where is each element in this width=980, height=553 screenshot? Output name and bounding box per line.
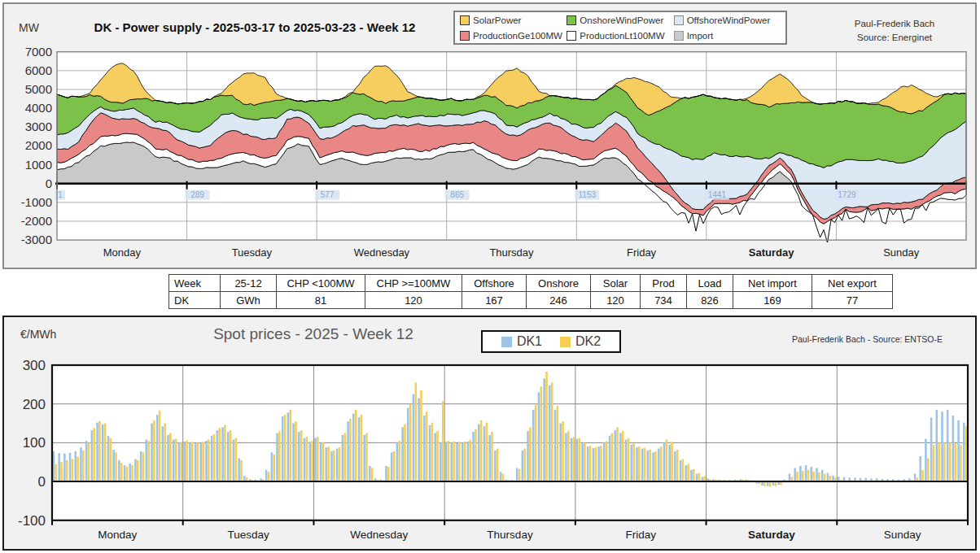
price-bar-dk2 [518, 469, 521, 481]
price-bar-dk2 [824, 474, 826, 482]
price-bar-dk1 [494, 451, 497, 481]
legend-swatch [567, 15, 576, 25]
price-bar-dk2 [960, 445, 962, 481]
table-header-cell: Offshore [462, 275, 527, 292]
price-bar-dk2 [540, 386, 543, 481]
price-bar-dk2 [502, 474, 505, 482]
legend-label: ProductionGe100MW [473, 31, 562, 41]
price-bar-dk2 [327, 446, 330, 481]
price-bar-dk1 [799, 466, 802, 481]
price-bar-dk1 [91, 430, 94, 481]
price-bar-dk2 [153, 420, 155, 481]
hour-index-label: 1153 [579, 190, 597, 199]
price-bar-dk2 [197, 442, 199, 481]
price-bar-dk2 [769, 481, 772, 487]
price-bar-dk1 [418, 398, 420, 482]
price-bar-dk2 [60, 462, 63, 481]
price-bar-dk2 [295, 421, 297, 481]
price-bar-dk2 [682, 459, 685, 481]
price-bar-dk2 [491, 432, 493, 481]
price-bar-dk1 [96, 423, 98, 482]
price-bar-dk2 [938, 442, 940, 481]
price-bar-dk2 [567, 431, 570, 481]
price-bar-dk2 [464, 442, 466, 481]
x-day-label: Friday [627, 246, 657, 259]
price-bar-dk2 [317, 437, 319, 481]
summary-table: Week25-12CHP <100MWCHP >=100MWOffshoreOn… [168, 274, 893, 309]
x-day-label: Monday [103, 246, 142, 259]
price-bar-dk1 [429, 425, 431, 481]
price-bar-dk2 [110, 438, 112, 481]
y-tick-label: 0 [46, 176, 52, 190]
price-bar-dk2 [181, 442, 183, 481]
y-tick-label: 2000 [25, 138, 52, 152]
price-bar-dk1 [593, 448, 595, 481]
price-bar-dk2 [322, 442, 325, 481]
price-bar-dk1 [559, 424, 562, 482]
price-bar-dk2 [230, 430, 232, 481]
y-tick-label: -3000 [21, 233, 52, 246]
price-bar-dk2 [632, 443, 635, 481]
price-bar-dk1 [58, 453, 60, 481]
price-bar-dk1 [112, 450, 115, 481]
price-bar-dk2 [698, 473, 701, 481]
price-bar-dk1 [238, 458, 240, 481]
price-bar-dk2 [523, 449, 526, 482]
price-bar-dk2 [497, 449, 499, 482]
hour-index-label: 289 [190, 190, 204, 199]
table-header-cell: CHP >=100MW [365, 275, 462, 292]
price-bar-dk2 [573, 437, 575, 481]
price-bar-dk2 [202, 442, 204, 481]
legend-label: SolarPower [473, 15, 521, 25]
price-bar-dk1 [947, 410, 949, 481]
price-bar-dk2 [420, 390, 422, 481]
price-bar-dk2 [475, 429, 477, 481]
price-bar-dk2 [812, 472, 815, 481]
power-supply-source: Paul-Frederik Bach Source: Energinet [825, 17, 964, 44]
price-bar-dk2 [557, 406, 559, 481]
price-bar-dk1 [102, 425, 104, 481]
price-bar-dk1 [129, 464, 131, 481]
price-bar-dk1 [282, 416, 284, 481]
price-bar-dk1 [456, 443, 458, 481]
x-day-label: Wednesday [350, 529, 408, 541]
price-bar-dk2 [55, 464, 58, 481]
price-bar-dk1 [663, 442, 666, 481]
price-bar-dk1 [816, 468, 818, 481]
spot-price-chart: 3002001000-100MondayTuesdayWednesdayThur… [10, 356, 973, 545]
price-bar-dk2 [126, 467, 129, 481]
legend-swatch [567, 31, 576, 41]
price-bar-dk2 [349, 419, 352, 481]
price-bar-dk2 [333, 451, 335, 481]
price-bar-dk2 [600, 446, 602, 481]
price-bar-dk1 [407, 407, 409, 481]
price-bar-dk2 [606, 441, 608, 481]
price-bar-dk1 [211, 436, 213, 481]
price-bar-dk2 [638, 446, 641, 481]
price-bar-dk2 [616, 427, 619, 481]
y-tick-label: -1000 [21, 195, 52, 209]
price-bar-dk1 [631, 445, 633, 481]
price-bar-dk2 [921, 470, 924, 481]
table-header-cell: Prod [641, 275, 687, 292]
table-header-cell: Net import [733, 275, 812, 292]
price-bar-dk2 [398, 441, 400, 481]
price-bar-dk2 [404, 425, 406, 482]
y-tick-label: 200 [23, 397, 46, 412]
price-bar-dk1 [500, 472, 502, 481]
price-bar-dk1 [330, 451, 333, 481]
legend-item-dk2: DK2 [560, 334, 601, 349]
hour-index-label: 865 [450, 190, 464, 199]
price-bar-dk1 [183, 442, 186, 481]
price-bar-dk1 [265, 470, 268, 481]
price-bar-dk1 [445, 442, 448, 481]
price-bar-dk2 [365, 433, 368, 481]
price-bar-dk2 [666, 440, 668, 482]
x-day-label: Friday [625, 529, 656, 541]
price-bar-dk1 [205, 441, 208, 481]
price-bar-dk1 [625, 440, 628, 482]
price-bar-dk1 [243, 476, 246, 481]
price-bar-dk2 [164, 424, 166, 482]
price-bar-dk1 [178, 442, 181, 481]
power-supply-legend: SolarPowerOnshoreWindPowerOffshoreWindPo… [453, 11, 787, 45]
